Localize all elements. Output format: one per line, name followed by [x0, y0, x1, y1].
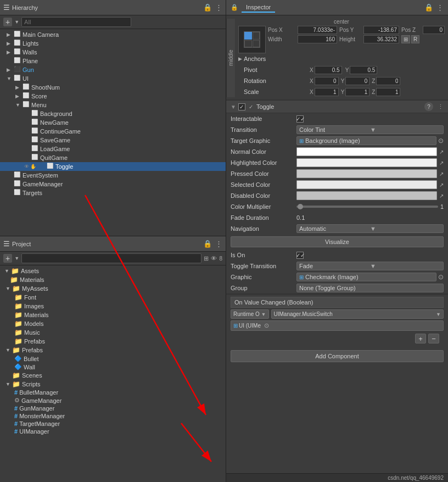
tree-item-gun[interactable]: ▶ ⬛ Gun: [0, 65, 226, 74]
highlighted-color-swatch[interactable]: [296, 158, 437, 167]
tree-item-menu[interactable]: ▼ ⬜ Menu: [0, 101, 226, 109]
tree-item-lights[interactable]: ▶ ⬜ Lights: [0, 39, 226, 48]
group-field[interactable]: None (Toggle Group): [296, 284, 444, 292]
tree-item-score[interactable]: ▶ ⬜ Score: [0, 92, 226, 101]
toggle-enabled-checkbox[interactable]: ✓: [238, 103, 245, 110]
rot-z-input[interactable]: [376, 77, 400, 85]
anchor-widget[interactable]: [238, 26, 266, 53]
target-circle-btn[interactable]: ⊙: [438, 137, 444, 145]
pick-color-btn[interactable]: ↗: [439, 193, 444, 199]
grid-view-icon[interactable]: ⊞: [204, 255, 209, 262]
project-add-button[interactable]: +: [3, 254, 12, 263]
circle-icon[interactable]: ⊙: [264, 322, 269, 329]
height-input[interactable]: [363, 35, 399, 43]
pivot-y-input[interactable]: [350, 66, 377, 74]
project-item-materials[interactable]: 📁 Materials: [0, 311, 226, 319]
project-item-wall[interactable]: 🔷 Wall: [0, 363, 226, 371]
toggle-section-header[interactable]: ▼ ✓ ✓ Toggle ? ⋮: [226, 100, 448, 113]
normal-color-swatch[interactable]: [296, 147, 437, 156]
pos-x-input[interactable]: [298, 26, 337, 34]
width-input[interactable]: [298, 35, 337, 43]
lock-icon[interactable]: 🔒: [203, 3, 212, 12]
is-on-checkbox[interactable]: ✓: [296, 252, 304, 259]
tree-item-walls[interactable]: ▶ ⬜ Walls: [0, 48, 226, 57]
function-dropdown[interactable]: UIManager.MusicSwitch ▼: [271, 309, 444, 319]
tree-item-continuegame[interactable]: ▶ ⬜ ContinueGame: [0, 127, 226, 136]
reset-btn[interactable]: R: [411, 35, 419, 43]
runtime-dropdown[interactable]: Runtime O ▼: [231, 309, 269, 319]
project-item-gunmanager[interactable]: # GunManager: [0, 405, 226, 412]
pick-color-btn[interactable]: ↗: [439, 171, 444, 177]
color-multiplier-slider[interactable]: [296, 206, 438, 208]
navigation-dropdown[interactable]: Automatic ▼: [296, 224, 444, 233]
toggle-transition-dropdown[interactable]: Fade ▼: [296, 262, 444, 270]
project-search-input[interactable]: [21, 253, 201, 263]
add-component-button[interactable]: Add Component: [231, 350, 444, 362]
hierarchy-search-input[interactable]: [21, 17, 131, 27]
lock-icon[interactable]: 🔒: [424, 3, 433, 12]
pick-color-btn[interactable]: ↗: [439, 160, 444, 166]
project-item-targetmanager[interactable]: # TargetManager: [0, 420, 226, 428]
tree-item-gamemanager[interactable]: ▶ ⬜ GameManager: [0, 180, 226, 189]
project-item-uimanager[interactable]: # UIManager: [0, 428, 226, 435]
event-object-field[interactable]: ⊞ UI (UIMe ⊙: [231, 320, 444, 331]
project-item-scripts[interactable]: ▼ 📁 Scripts: [0, 380, 226, 389]
project-item-bullet[interactable]: 🔷 Bullet: [0, 354, 226, 363]
constrain-btn[interactable]: ⊞: [401, 35, 410, 43]
tree-item-eventsystem[interactable]: ▶ ⬜ EventSystem: [0, 171, 226, 180]
tree-item-plane[interactable]: ▶ ⬜ Plane: [0, 57, 226, 65]
selected-color-swatch[interactable]: [296, 180, 437, 189]
project-item-music[interactable]: 📁 Music: [0, 328, 226, 337]
interactable-checkbox[interactable]: ✓: [296, 115, 304, 123]
tree-item-main-camera[interactable]: ▶ ⬜ Main Camera: [0, 30, 226, 39]
tree-item-targets[interactable]: ▶ ⬜ Targets: [0, 189, 226, 197]
tree-item-shootnum[interactable]: ▶ ⬜ ShootNum: [0, 83, 226, 92]
pressed-color-swatch[interactable]: [296, 169, 437, 178]
graphic-field[interactable]: ⊞ Checkmark (Image): [296, 273, 436, 281]
pos-z-input[interactable]: [423, 26, 445, 34]
tree-item-toggle[interactable]: 👁 ✋ ▶ ⬜ Toggle: [0, 162, 226, 171]
project-item-gamemanager-s[interactable]: ⚙ GameManager: [0, 396, 226, 405]
remove-event-button[interactable]: −: [428, 334, 439, 344]
collapse-arrow[interactable]: ▶: [238, 56, 244, 62]
settings-icon[interactable]: ⋮: [438, 103, 444, 110]
project-item-prefabs[interactable]: ▼ 📁 Prefabs: [0, 346, 226, 354]
hierarchy-add-button[interactable]: +: [3, 18, 12, 26]
rot-y-input[interactable]: [345, 77, 369, 85]
target-graphic-field[interactable]: ⊞ Background (Image): [296, 136, 436, 145]
pivot-x-input[interactable]: [315, 66, 342, 74]
graphic-circle-btn[interactable]: ⊙: [438, 273, 444, 281]
project-item-materials-root[interactable]: 📁 Materials: [0, 275, 226, 284]
add-event-button[interactable]: +: [415, 334, 426, 344]
tree-item-quitgame[interactable]: ▶ ⬜ QuitGame: [0, 153, 226, 162]
project-item-font[interactable]: 📁 Font: [0, 293, 226, 302]
inspector-tab[interactable]: Inspector: [242, 3, 275, 13]
scale-y-input[interactable]: [345, 88, 369, 96]
more-icon[interactable]: ⋮: [436, 3, 444, 12]
project-item-monstermanager[interactable]: # MonsterManager: [0, 412, 226, 420]
tree-item-loadgame[interactable]: ▶ ⬜ LoadGame: [0, 145, 226, 153]
project-item-assets[interactable]: ▼ 📁 Assets: [0, 267, 226, 275]
project-item-bulletmanager[interactable]: # BulletManager: [0, 389, 226, 396]
pick-color-btn[interactable]: ↗: [439, 182, 444, 188]
eye-icon[interactable]: 👁: [211, 255, 217, 262]
rot-x-input[interactable]: [315, 77, 339, 85]
project-item-prefabs-folder[interactable]: 📁 Prefabs: [0, 337, 226, 346]
help-button[interactable]: ?: [424, 102, 433, 111]
disabled-color-swatch[interactable]: [296, 191, 437, 200]
tree-item-newgame[interactable]: ▶ ⬜ NewGame: [0, 118, 226, 127]
pick-color-btn[interactable]: ↗: [439, 149, 444, 155]
tree-item-background[interactable]: ▶ ⬜ Background: [0, 109, 226, 118]
tree-item-savegame[interactable]: ▶ ⬜ SaveGame: [0, 136, 226, 145]
more-icon[interactable]: ⋮: [215, 3, 222, 12]
visualize-button[interactable]: Visualize: [231, 236, 444, 247]
transition-dropdown[interactable]: Color Tint ▼: [296, 125, 444, 134]
lock-icon[interactable]: 🔒: [203, 240, 212, 248]
scale-z-input[interactable]: [376, 88, 400, 96]
project-item-myassets[interactable]: ▼ 📁 MyAssets: [0, 284, 226, 293]
pos-y-input[interactable]: [363, 26, 399, 34]
more-icon[interactable]: ⋮: [215, 240, 222, 248]
project-item-images[interactable]: 📁 Images: [0, 302, 226, 311]
project-item-scenes[interactable]: ▶ 📁 Scenes: [0, 371, 226, 380]
project-item-models[interactable]: 📁 Models: [0, 319, 226, 328]
